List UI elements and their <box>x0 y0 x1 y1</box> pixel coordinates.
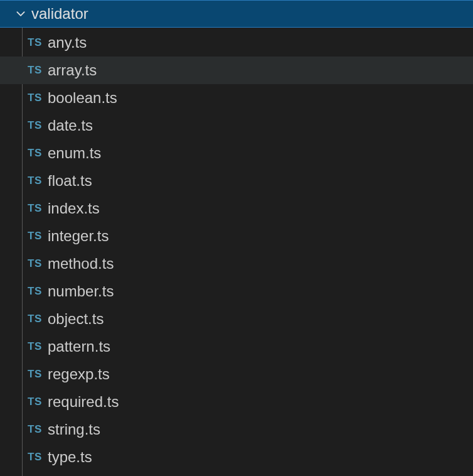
file-name: number.ts <box>48 283 114 300</box>
typescript-icon: TS <box>28 451 45 463</box>
typescript-icon: TS <box>28 313 45 325</box>
file-name: type.ts <box>48 448 92 466</box>
file-row[interactable]: TSboolean.ts <box>0 84 473 112</box>
typescript-icon: TS <box>28 119 45 132</box>
file-name: regexp.ts <box>48 365 110 383</box>
folder-name: validator <box>31 5 88 23</box>
file-row[interactable]: TSrequired.ts <box>0 388 473 416</box>
typescript-icon: TS <box>28 64 45 77</box>
typescript-icon: TS <box>28 396 45 408</box>
file-name: string.ts <box>48 421 100 438</box>
file-name: object.ts <box>48 310 104 328</box>
typescript-icon: TS <box>28 147 45 160</box>
file-row[interactable]: TSstring.ts <box>0 416 473 443</box>
file-list: TSany.tsTSarray.tsTSboolean.tsTSdate.tsT… <box>0 28 473 476</box>
file-row[interactable]: TSdate.ts <box>0 112 473 139</box>
folder-header[interactable]: validator <box>0 0 473 28</box>
file-name: enum.ts <box>48 144 101 162</box>
file-name: method.ts <box>48 255 114 273</box>
file-row[interactable]: TSany.ts <box>0 29 473 57</box>
chevron-down-icon <box>14 7 28 21</box>
file-name: integer.ts <box>48 227 109 245</box>
file-name: pattern.ts <box>48 338 110 355</box>
file-name: any.ts <box>48 34 87 51</box>
file-name: required.ts <box>48 393 119 411</box>
file-row[interactable]: TSenum.ts <box>0 139 473 167</box>
file-row[interactable]: TSindex.ts <box>0 195 473 222</box>
file-row[interactable]: TSpattern.ts <box>0 333 473 360</box>
file-row[interactable]: TSmethod.ts <box>0 250 473 278</box>
typescript-icon: TS <box>28 340 45 353</box>
file-row[interactable]: TSinteger.ts <box>0 222 473 250</box>
typescript-icon: TS <box>28 257 45 270</box>
file-name: date.ts <box>48 117 93 134</box>
file-row[interactable]: TSarray.ts <box>0 57 473 84</box>
typescript-icon: TS <box>28 36 45 49</box>
file-row[interactable]: TStype.ts <box>0 443 473 471</box>
file-name: index.ts <box>48 200 100 217</box>
typescript-icon: TS <box>28 202 45 215</box>
file-row[interactable]: TSregexp.ts <box>0 360 473 388</box>
typescript-icon: TS <box>28 423 45 436</box>
typescript-icon: TS <box>28 230 45 242</box>
file-name: array.ts <box>48 62 97 79</box>
file-row[interactable]: TSnumber.ts <box>0 278 473 305</box>
typescript-icon: TS <box>28 285 45 298</box>
file-explorer: validator TSany.tsTSarray.tsTSboolean.ts… <box>0 0 473 476</box>
typescript-icon: TS <box>28 175 45 187</box>
file-name: boolean.ts <box>48 89 117 107</box>
file-row[interactable]: TSfloat.ts <box>0 167 473 195</box>
file-name: float.ts <box>48 172 92 190</box>
typescript-icon: TS <box>28 368 45 381</box>
file-row[interactable]: TSobject.ts <box>0 305 473 333</box>
typescript-icon: TS <box>28 92 45 104</box>
